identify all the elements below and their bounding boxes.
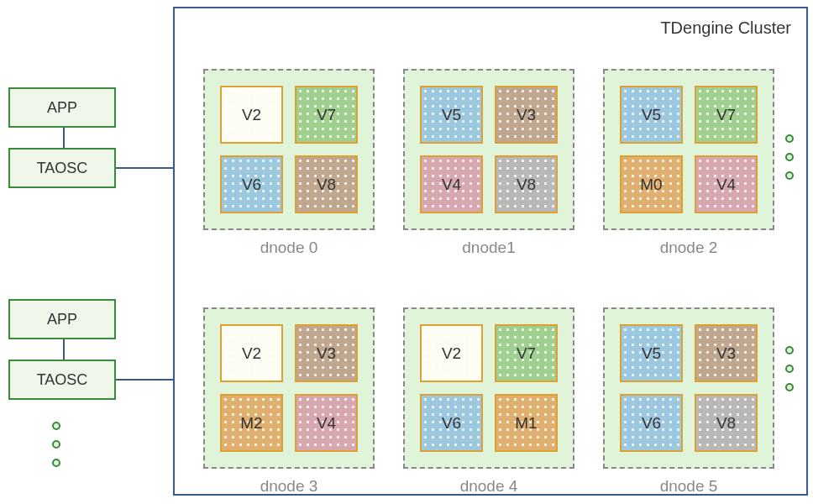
vnode-V8: V8 <box>295 155 358 213</box>
dnode-2: V5V7M0V4dnode 2 <box>603 69 774 257</box>
vnode-V2: V2 <box>420 324 483 382</box>
vnode-V4: V4 <box>420 155 483 213</box>
taosc-box: TAOSC <box>8 148 116 188</box>
client-stack-1: APP TAOSC <box>8 299 118 400</box>
vnode-V3: V3 <box>295 324 358 382</box>
dnode-label: dnode 2 <box>603 239 774 257</box>
dnode-3: V2V3M2V4dnode 3 <box>203 307 375 496</box>
vnode-label: V4 <box>716 176 736 194</box>
vnode-V6: V6 <box>420 394 483 452</box>
vnode-label: V7 <box>517 344 536 363</box>
vnode-label: V3 <box>716 344 736 363</box>
vnode-label: V4 <box>317 414 336 433</box>
dnodes-grid: V2V7V6V8dnode 0V5V3V4V8dnode1V5V7M0V4dno… <box>203 69 774 496</box>
dnode-label: dnode1 <box>403 239 574 257</box>
vnode-V5: V5 <box>420 86 483 144</box>
vnode-V2: V2 <box>220 324 283 382</box>
client-cluster-connector-1 <box>116 379 173 381</box>
app-box: APP <box>8 87 116 128</box>
vnode-V6: V6 <box>220 155 283 213</box>
ellipsis-icon <box>785 134 794 180</box>
vnode-V2: V2 <box>220 86 283 144</box>
ellipsis-icon <box>52 422 60 467</box>
vnode-V7: V7 <box>295 86 358 144</box>
dnode-box: V5V3V6V8 <box>603 307 774 469</box>
dnode-label: dnode 0 <box>203 239 375 257</box>
vnode-label: V3 <box>517 106 536 124</box>
vnode-V4: V4 <box>695 155 758 213</box>
ellipsis-icon <box>785 346 794 391</box>
dnode-0: V2V7V6V8dnode 0 <box>203 69 375 257</box>
client-cluster-connector-0 <box>116 167 173 169</box>
vnode-V3: V3 <box>495 86 558 144</box>
vnode-V6: V6 <box>620 394 683 452</box>
vnode-label: V5 <box>642 106 661 124</box>
vnode-label: V2 <box>242 106 261 124</box>
client-stack-0: APP TAOSC <box>8 87 118 188</box>
vnode-label: V8 <box>517 176 536 194</box>
vnode-label: V7 <box>317 106 336 124</box>
vnode-label: M2 <box>240 414 262 433</box>
dnode-box: V2V7V6V8 <box>203 69 375 230</box>
vnode-V3: V3 <box>695 324 758 382</box>
client-connector-vertical <box>8 128 118 148</box>
vnode-label: V6 <box>442 414 461 433</box>
vnode-M1: M1 <box>495 394 558 452</box>
dnode-box: V2V3M2V4 <box>203 307 375 469</box>
vnode-V4: V4 <box>295 394 358 452</box>
dnode-box: V5V3V4V8 <box>403 69 574 230</box>
dnode-box: V2V7V6M1 <box>403 307 574 469</box>
dnode-5: V5V3V6V8dnode 5 <box>603 307 774 496</box>
dnode-box: V5V7M0V4 <box>603 69 774 230</box>
vnode-label: M1 <box>515 414 537 433</box>
dnode-label: dnode 4 <box>403 477 574 496</box>
app-box: APP <box>8 299 116 339</box>
vnode-label: V8 <box>317 176 336 194</box>
vnode-label: V2 <box>242 344 261 363</box>
taosc-box: TAOSC <box>8 360 116 400</box>
dnode-label: dnode 3 <box>203 477 375 496</box>
vnode-label: V6 <box>642 414 661 433</box>
vnode-label: V3 <box>317 344 336 363</box>
vnode-label: V5 <box>642 344 661 363</box>
cluster-container: TDengine Cluster V2V7V6V8dnode 0V5V3V4V8… <box>173 7 808 496</box>
cluster-title: TDengine Cluster <box>660 18 791 38</box>
vnode-V7: V7 <box>495 324 558 382</box>
vnode-V5: V5 <box>620 324 683 382</box>
vnode-M0: M0 <box>620 155 683 213</box>
vnode-label: V7 <box>716 106 736 124</box>
vnode-label: V2 <box>442 344 461 363</box>
vnode-V5: V5 <box>620 86 683 144</box>
vnode-label: V6 <box>242 176 261 194</box>
vnode-V8: V8 <box>495 155 558 213</box>
vnode-label: M0 <box>640 176 662 194</box>
vnode-V7: V7 <box>695 86 758 144</box>
vnode-label: V4 <box>442 176 461 194</box>
vnode-label: V5 <box>442 106 461 124</box>
vnode-V8: V8 <box>695 394 758 452</box>
dnode-4: V2V7V6M1dnode 4 <box>403 307 574 496</box>
vnode-label: V8 <box>716 414 736 433</box>
client-connector-vertical <box>8 339 118 360</box>
dnode-label: dnode 5 <box>603 477 774 496</box>
dnode-1: V5V3V4V8dnode1 <box>403 69 574 257</box>
vnode-M2: M2 <box>220 394 283 452</box>
